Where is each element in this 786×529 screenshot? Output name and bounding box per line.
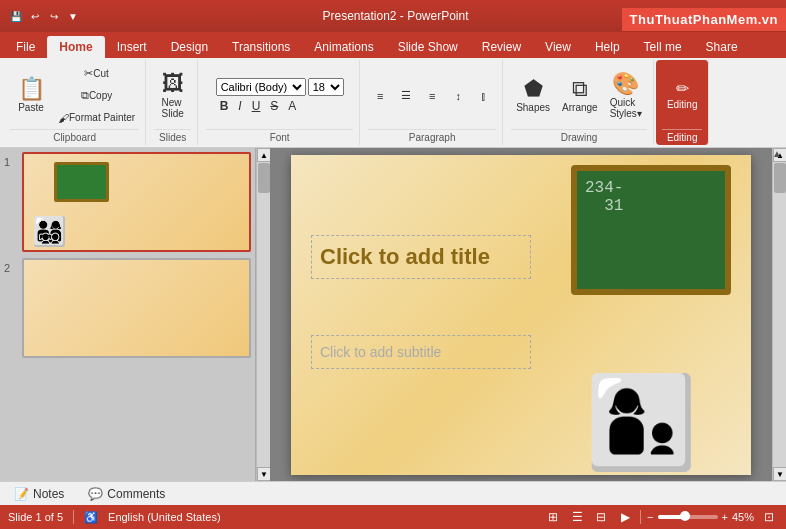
- arrange-button[interactable]: ⧉ Arrange: [557, 75, 603, 116]
- slide-editor: 234- 31 Click to add title Click to add …: [270, 148, 772, 481]
- panel-scrollbar: ▲ ▼: [256, 148, 270, 481]
- ribbon-collapse-button[interactable]: ▲: [772, 148, 782, 159]
- comments-tab[interactable]: 💬 Comments: [82, 485, 171, 503]
- font-format-row: B I U S A: [216, 98, 344, 114]
- font-content: Calibri (Body) 18 B I U S A: [216, 62, 344, 129]
- accessibility-icon[interactable]: ♿: [84, 511, 98, 524]
- tab-file[interactable]: File: [4, 36, 47, 58]
- status-divider-1: [73, 510, 74, 524]
- editor-scrollbar: ▲ ▼: [772, 148, 786, 481]
- customize-icon[interactable]: ▼: [65, 8, 81, 24]
- tab-slideshow[interactable]: Slide Show: [386, 36, 470, 58]
- zoom-thumb[interactable]: [680, 511, 690, 521]
- slide-info: Slide 1 of 5: [8, 511, 63, 523]
- shapes-button[interactable]: ⬟ Shapes: [511, 75, 555, 116]
- tab-share[interactable]: Share: [694, 36, 750, 58]
- editor-scroll-down[interactable]: ▼: [773, 467, 786, 481]
- cut-button[interactable]: ✂ Cut: [54, 64, 139, 84]
- slide-subtitle-box[interactable]: Click to add subtitle: [311, 335, 531, 369]
- bold-button[interactable]: B: [216, 98, 233, 114]
- normal-view-button[interactable]: ⊞: [544, 508, 562, 526]
- scroll-down-arrow[interactable]: ▼: [257, 467, 271, 481]
- line-spacing-button[interactable]: ↕: [446, 86, 470, 106]
- editing-group: ✏ Editing Editing: [656, 60, 710, 145]
- tab-home[interactable]: Home: [47, 36, 104, 58]
- clipboard-content: 📋 Paste ✂ Cut ⧉ Copy 🖌 Format Painter: [10, 62, 139, 129]
- format-painter-button[interactable]: 🖌 Format Painter: [54, 108, 139, 128]
- paragraph-label: Paragraph: [368, 129, 496, 143]
- quick-styles-button[interactable]: 🎨 QuickStyles▾: [605, 70, 647, 122]
- scroll-track: [257, 162, 270, 467]
- zoom-in-button[interactable]: +: [722, 511, 728, 523]
- editor-scroll-track: [773, 162, 786, 467]
- align-left-button[interactable]: ≡: [368, 86, 392, 106]
- zoom-control[interactable]: − + 45%: [647, 511, 754, 523]
- editing-label: Editing: [662, 129, 703, 143]
- slide-thumb-1[interactable]: 1 👨‍👩‍👧‍👦: [4, 152, 251, 252]
- kids-illustration: 👩‍👦: [531, 295, 751, 475]
- slideshow-view-button[interactable]: ▶: [616, 508, 634, 526]
- statusbar: Slide 1 of 5 ♿ English (United States) ⊞…: [0, 505, 786, 529]
- redo-icon[interactable]: ↪: [46, 8, 62, 24]
- undo-icon[interactable]: ↩: [27, 8, 43, 24]
- slides-content: 🖼 NewSlide: [155, 62, 191, 129]
- strikethrough-button[interactable]: S: [266, 98, 282, 114]
- slide-title-box[interactable]: Click to add title: [311, 235, 531, 279]
- current-slide[interactable]: 234- 31 Click to add title Click to add …: [291, 155, 751, 475]
- tab-view[interactable]: View: [533, 36, 583, 58]
- watermark: ThuThuatPhanMem.vn: [622, 8, 786, 31]
- language-label[interactable]: English (United States): [108, 511, 221, 523]
- font-group: Calibri (Body) 18 B I U S A Font: [200, 60, 360, 145]
- tab-animations[interactable]: Animations: [302, 36, 385, 58]
- statusbar-right: ⊞ ☰ ⊟ ▶ − + 45% ⊡: [544, 508, 778, 526]
- slidesorter-view-button[interactable]: ⊟: [592, 508, 610, 526]
- font-name-row: Calibri (Body) 18: [216, 78, 344, 96]
- tab-tellme[interactable]: Tell me: [632, 36, 694, 58]
- outline-view-button[interactable]: ☰: [568, 508, 586, 526]
- slide-content-1: 👨‍👩‍👧‍👦: [24, 154, 249, 250]
- chalkboard-thumb-1: [54, 162, 109, 202]
- editing-button[interactable]: ✏ Editing: [662, 78, 703, 113]
- italic-button[interactable]: I: [234, 98, 245, 114]
- slide-thumb-2[interactable]: 2: [4, 258, 251, 358]
- font-size-select[interactable]: 18: [308, 78, 344, 96]
- zoom-track[interactable]: [658, 515, 718, 519]
- slide-image-2[interactable]: [22, 258, 251, 358]
- scroll-thumb[interactable]: [258, 163, 270, 193]
- paragraph-group: ≡ ☰ ≡ ↕ ⫿ Paragraph: [362, 60, 503, 145]
- comments-icon: 💬: [88, 487, 103, 501]
- slide-panel-wrapper: 1 👨‍👩‍👧‍👦 2 ▲: [0, 148, 270, 481]
- zoom-fill: [658, 515, 682, 519]
- titlebar-left: 💾 ↩ ↪ ▼: [8, 8, 81, 24]
- columns-button[interactable]: ⫿: [472, 86, 496, 106]
- font-family-select[interactable]: Calibri (Body): [216, 78, 306, 96]
- editing-content: ✏ Editing: [662, 62, 703, 129]
- underline-button[interactable]: U: [248, 98, 265, 114]
- main-workspace: 1 👨‍👩‍👧‍👦 2 ▲: [0, 148, 786, 481]
- editor-scroll-thumb[interactable]: [774, 163, 786, 193]
- scroll-up-arrow[interactable]: ▲: [257, 148, 271, 162]
- comments-label: Comments: [107, 487, 165, 501]
- tab-help[interactable]: Help: [583, 36, 632, 58]
- clipboard-secondary: ✂ Cut ⧉ Copy 🖌 Format Painter: [54, 64, 139, 128]
- font-color-button[interactable]: A: [284, 98, 300, 114]
- tab-review[interactable]: Review: [470, 36, 533, 58]
- fit-slide-button[interactable]: ⊡: [760, 508, 778, 526]
- slide-image-1[interactable]: 👨‍👩‍👧‍👦: [22, 152, 251, 252]
- slide-number-2: 2: [4, 258, 18, 274]
- tab-transitions[interactable]: Transitions: [220, 36, 302, 58]
- kids-thumb-1: 👨‍👩‍👧‍👦: [32, 215, 67, 248]
- notes-tab[interactable]: 📝 Notes: [8, 485, 70, 503]
- save-icon[interactable]: 💾: [8, 8, 24, 24]
- align-center-button[interactable]: ☰: [394, 86, 418, 106]
- copy-button[interactable]: ⧉ Copy: [54, 86, 139, 106]
- paste-button[interactable]: 📋 Paste: [10, 75, 52, 116]
- zoom-out-button[interactable]: −: [647, 511, 653, 523]
- tab-design[interactable]: Design: [159, 36, 220, 58]
- tab-insert[interactable]: Insert: [105, 36, 159, 58]
- status-divider-2: [640, 510, 641, 524]
- align-right-button[interactable]: ≡: [420, 86, 444, 106]
- clipboard-group: 📋 Paste ✂ Cut ⧉ Copy 🖌 Format Painter Cl…: [4, 60, 146, 145]
- notes-bar: 📝 Notes 💬 Comments: [0, 481, 786, 505]
- new-slide-button[interactable]: 🖼 NewSlide: [155, 70, 191, 122]
